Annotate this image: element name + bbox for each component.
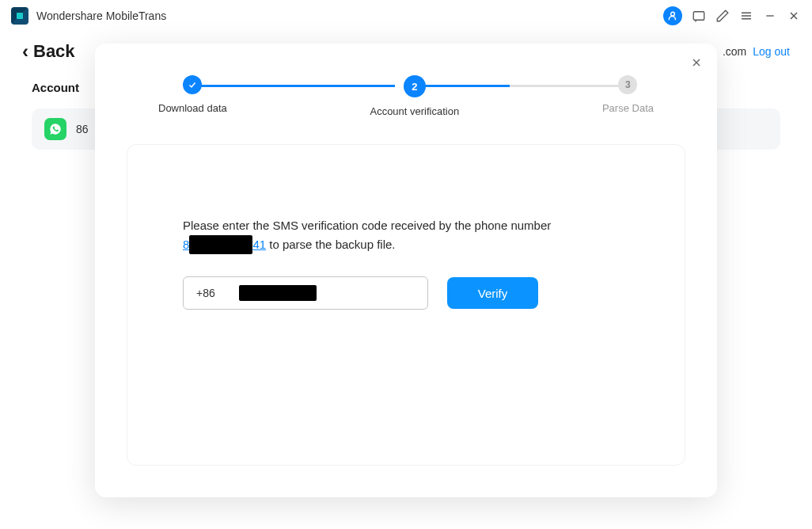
title-left: Wondershare MobileTrans: [11, 7, 166, 25]
user-badge-icon[interactable]: [663, 6, 682, 25]
account-phone-partial: 86: [76, 123, 89, 135]
title-right: [663, 6, 801, 25]
phone-number-link[interactable]: 8XXXXXXXX41: [183, 235, 266, 254]
title-bar: Wondershare MobileTrans: [0, 0, 812, 32]
message-icon[interactable]: [692, 9, 706, 23]
step-parse-data: 3 Parse Data: [602, 75, 654, 114]
close-window-icon[interactable]: [787, 9, 801, 23]
phone-input[interactable]: +86 13XXXXXXXX: [183, 276, 428, 310]
step-download-data: Download data: [158, 75, 227, 114]
input-row: +86 13XXXXXXXX Verify: [183, 276, 629, 310]
svg-rect-1: [693, 12, 704, 21]
instruction-part1: Please enter the SMS verification code r…: [183, 219, 551, 232]
app-icon: [11, 7, 28, 25]
instruction-text: Please enter the SMS verification code r…: [183, 216, 629, 254]
minimize-icon[interactable]: [763, 9, 777, 23]
step-3-label: Parse Data: [602, 102, 654, 114]
phone-input-value: 13XXXXXXXX: [239, 287, 415, 299]
menu-icon[interactable]: [739, 9, 753, 23]
verify-button[interactable]: Verify: [447, 277, 538, 309]
step-1-label: Download data: [158, 102, 227, 114]
country-code-prefix: +86: [196, 287, 215, 299]
header-right: .com Log out: [723, 45, 790, 58]
user-email-partial: .com: [723, 45, 746, 58]
step-2-label: Account verification: [370, 105, 459, 117]
back-label: Back: [33, 41, 75, 62]
step-1-circle: [183, 75, 202, 94]
svg-point-0: [671, 12, 675, 16]
modal-content: Please enter the SMS verification code r…: [127, 144, 685, 466]
back-chevron-icon: ‹: [22, 42, 28, 61]
edit-icon[interactable]: [715, 9, 730, 23]
instruction-part2: to parse the backup file.: [266, 238, 395, 251]
back-button[interactable]: ‹ Back: [22, 41, 75, 62]
step-2-circle: 2: [404, 75, 426, 97]
logout-link[interactable]: Log out: [753, 45, 790, 58]
stepper: Download data 2 Account verification 3 P…: [95, 44, 717, 136]
verification-modal: Download data 2 Account verification 3 P…: [95, 44, 717, 497]
step-3-circle: 3: [618, 75, 637, 94]
step-account-verification: 2 Account verification: [370, 75, 459, 117]
whatsapp-icon: [44, 118, 66, 140]
app-title: Wondershare MobileTrans: [36, 10, 166, 22]
